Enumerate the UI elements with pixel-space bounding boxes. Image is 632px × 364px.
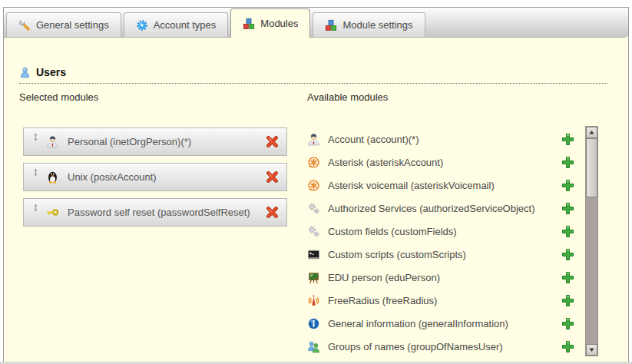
add-icon[interactable]	[561, 133, 574, 146]
scrollbar-thumb[interactable]	[586, 138, 597, 197]
key-icon	[46, 206, 59, 219]
module-label: Account (account)(*)	[328, 134, 561, 145]
add-icon[interactable]	[561, 225, 574, 238]
tab-label: Modules	[260, 18, 298, 29]
tab-account-types[interactable]: Account types	[124, 12, 229, 37]
modules-icon	[243, 18, 255, 30]
drag-handle-icon[interactable]	[31, 132, 40, 142]
available-module-row: Account (account)(*)	[307, 127, 574, 151]
module-label: Authorized Services (authorizedServiceOb…	[328, 203, 561, 214]
available-module-row: Asterisk (asteriskAccount)	[307, 151, 574, 174]
available-module-row: Asterisk voicemail (asteriskVoicemail)	[307, 174, 574, 197]
available-module-row: General information (generalInformation)	[307, 312, 574, 335]
module-label: Asterisk (asteriskAccount)	[328, 157, 561, 168]
selected-module-row[interactable]: Password self reset (passwordSelfReset)	[23, 198, 287, 227]
tab-module-settings[interactable]: Module settings	[313, 12, 425, 37]
modules-icon	[325, 19, 337, 31]
tab-modules[interactable]: Modules	[230, 8, 310, 38]
module-label: Password self reset (passwordSelfReset)	[68, 207, 266, 218]
available-module-row: Custom scripts (customScripts)	[307, 243, 574, 266]
tab-label: Module settings	[342, 19, 412, 31]
config-panel: General settings Account types Modules M…	[3, 7, 629, 364]
user-icon	[19, 67, 31, 78]
add-icon[interactable]	[561, 294, 574, 307]
section-header-users: Users	[19, 66, 607, 84]
tux-icon	[46, 170, 59, 184]
add-icon[interactable]	[561, 156, 574, 169]
add-icon[interactable]	[561, 340, 574, 353]
selected-modules-list: Personal (inetOrgPerson)(*) Unix (posixA…	[23, 127, 287, 233]
asterisk-icon	[307, 179, 320, 192]
asterisk-icon	[307, 156, 320, 169]
gears-icon	[307, 225, 320, 238]
info-icon	[307, 317, 320, 330]
gears-icon	[307, 202, 320, 215]
group-icon	[307, 340, 320, 353]
chalkboard-icon	[307, 271, 320, 284]
add-icon[interactable]	[561, 271, 574, 284]
add-icon[interactable]	[561, 202, 574, 215]
module-label: Unix (posixAccount)	[68, 171, 266, 183]
selected-module-row[interactable]: Personal (inetOrgPerson)(*)	[23, 127, 287, 156]
module-label: Groups of names (groupOfNamesUser)	[328, 341, 561, 352]
person-icon	[307, 133, 320, 146]
add-icon[interactable]	[561, 179, 574, 192]
module-label: Custom scripts (customScripts)	[328, 249, 561, 260]
module-label: General information (generalInformation)	[328, 318, 561, 329]
scroll-down-icon	[588, 346, 595, 353]
delete-icon[interactable]	[266, 206, 279, 219]
tab-label: General settings	[36, 19, 109, 31]
terminal-icon	[307, 248, 320, 261]
drag-handle-icon[interactable]	[31, 167, 40, 177]
available-modules-scrollbar[interactable]	[585, 126, 598, 356]
available-module-row: FreeRadius (freeRadius)	[307, 289, 574, 312]
add-icon[interactable]	[561, 248, 574, 261]
module-label: Personal (inetOrgPerson)(*)	[68, 136, 266, 147]
delete-icon[interactable]	[266, 135, 279, 148]
scroll-up-button[interactable]	[586, 127, 597, 138]
available-module-row: Custom fields (customFields)	[307, 220, 574, 243]
selected-modules-heading: Selected modules	[19, 91, 98, 103]
module-label: Custom fields (customFields)	[328, 226, 561, 237]
available-module-row: Groups of names (groupOfNamesUser)	[307, 335, 574, 358]
person-icon	[46, 135, 59, 148]
gear-icon	[136, 19, 148, 31]
selected-module-row[interactable]: Unix (posixAccount)	[23, 163, 287, 191]
delete-icon[interactable]	[266, 170, 279, 184]
module-label: EDU person (eduPerson)	[328, 272, 561, 283]
tab-label: Account types	[154, 19, 217, 31]
scroll-down-button[interactable]	[586, 344, 597, 356]
tab-bar: General settings Account types Modules M…	[4, 8, 628, 38]
drag-handle-icon[interactable]	[31, 203, 40, 213]
module-label: Asterisk voicemail (asteriskVoicemail)	[328, 180, 561, 191]
tab-general-settings[interactable]: General settings	[6, 12, 121, 37]
add-icon[interactable]	[561, 317, 574, 330]
section-title: Users	[36, 66, 66, 78]
available-module-row: EDU person (eduPerson)	[307, 266, 574, 289]
available-modules-list: Account (account)(*) Asterisk (asteriskA…	[307, 127, 574, 358]
wrench-icon	[18, 19, 31, 31]
available-modules-heading: Available modules	[307, 91, 388, 103]
scroll-up-icon	[588, 129, 595, 136]
antenna-icon	[307, 294, 320, 307]
module-label: FreeRadius (freeRadius)	[328, 295, 561, 306]
available-module-row: Authorized Services (authorizedServiceOb…	[307, 197, 574, 220]
